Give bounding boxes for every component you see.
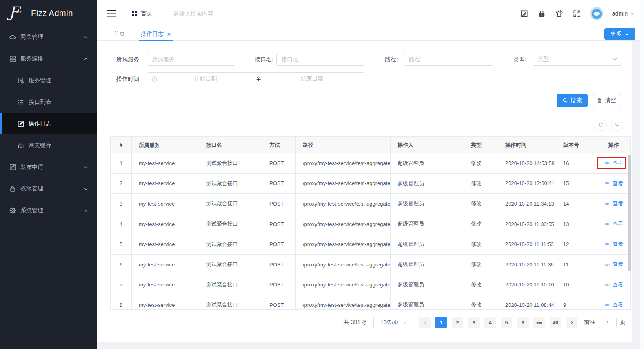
view-link[interactable]: 查看	[604, 301, 623, 309]
chevron-down-icon	[84, 187, 88, 191]
close-icon[interactable]: ✕	[167, 32, 171, 37]
sidebar-item-operation-log[interactable]: 操作日志	[0, 113, 97, 134]
cell-api: 测试聚合接口	[199, 194, 262, 214]
page-size-select[interactable]: 10条/页	[373, 317, 414, 328]
eye-icon	[604, 282, 610, 288]
cell-api: 测试聚合接口	[199, 275, 262, 295]
chevron-down-icon	[625, 32, 629, 36]
cache-drive-icon	[17, 142, 24, 149]
view-link[interactable]: 查看	[604, 180, 623, 187]
global-search-input[interactable]	[173, 7, 280, 20]
sidebar-item-permission-management[interactable]: 权限管理	[0, 178, 97, 199]
search-button[interactable]: 搜索	[557, 94, 588, 107]
cell-type: 修改	[464, 255, 498, 275]
view-link[interactable]: 查看	[604, 281, 623, 289]
hamburger-menu-icon[interactable]	[107, 10, 116, 17]
sidebar-item-publish-request[interactable]: 发布申请	[0, 156, 97, 178]
log-table: # 所属服务 接口名 方法 路径 操作人 类型 操作时间 版本号 操作 1 my…	[110, 136, 631, 310]
page-button[interactable]: 3	[468, 317, 480, 328]
goto-page-input[interactable]	[599, 317, 617, 328]
col-operator: 操作人	[391, 137, 464, 153]
view-link[interactable]: 查看	[604, 241, 623, 248]
sidebar-item-gateway-management[interactable]: 网关管理	[0, 26, 97, 48]
col-method: 方法	[262, 137, 296, 153]
sidebar-item-label: 服务管理	[29, 77, 51, 84]
view-link[interactable]: 查看	[604, 159, 623, 167]
cell-method: POST	[262, 153, 296, 174]
log-note-icon[interactable]	[520, 9, 529, 18]
page-button[interactable]: 6	[517, 317, 529, 328]
cell-version: 16	[556, 153, 597, 174]
col-action: 操作	[597, 137, 630, 153]
goto-page: 前往 页	[584, 317, 626, 328]
chevron-down-icon	[84, 165, 88, 170]
eye-icon	[604, 160, 610, 166]
next-page-button[interactable]	[566, 317, 577, 328]
prev-page-button[interactable]	[419, 317, 431, 328]
cell-path: /proxy/my-test-service/test-aggregate	[296, 275, 391, 295]
top-header: 首页 admin	[97, 0, 644, 27]
chevron-down-icon	[84, 35, 88, 40]
table-search-button[interactable]	[611, 119, 623, 131]
sidebar-item-system-management[interactable]: 系统管理	[0, 199, 97, 221]
view-link[interactable]: 查看	[604, 220, 623, 228]
cell-service: my-test-service	[132, 194, 199, 214]
eye-icon	[604, 302, 610, 308]
cell-type: 修改	[464, 295, 498, 309]
sidebar-item-api-list[interactable]: 接口列表	[0, 91, 97, 113]
tab-home[interactable]: 首页	[113, 27, 125, 41]
avatar[interactable]	[590, 7, 603, 20]
more-button[interactable]: 更多	[604, 28, 635, 40]
page-button[interactable]: 40	[550, 317, 561, 328]
cell-version: 12	[556, 234, 597, 255]
breadcrumb[interactable]: 首页	[132, 10, 152, 17]
fullscreen-icon[interactable]	[573, 9, 581, 18]
breadcrumb-label: 首页	[141, 10, 152, 17]
cell-version: 15	[556, 174, 597, 194]
cell-time: 2020-10-20 11:11:36	[498, 255, 556, 275]
cell-index: 2	[111, 174, 132, 194]
cell-index: 3	[111, 194, 132, 214]
cell-api: 测试聚合接口	[199, 214, 262, 235]
page-number-list: 123456•••40	[435, 317, 561, 328]
lock-icon[interactable]	[537, 9, 546, 18]
chevron-down-icon	[630, 11, 635, 16]
page-button[interactable]: 1	[435, 317, 447, 328]
table-row: 7 my-test-service 测试聚合接口 POST /proxy/my-…	[111, 275, 630, 295]
sidebar-item-service-management[interactable]: 服务管理	[0, 69, 97, 91]
col-version: 版本号	[556, 137, 597, 153]
sidebar: Ƒ</> Fizz Admin 网关管理 服务编排	[0, 0, 97, 349]
user-menu[interactable]: admin	[612, 10, 635, 17]
sidebar-item-gateway-cache[interactable]: 网关缓存	[0, 134, 97, 156]
cell-path: /proxy/my-test-service/test-aggregate	[296, 255, 391, 275]
tab-operation-log[interactable]: 操作日志 ✕	[141, 27, 171, 41]
view-link[interactable]: 查看	[604, 200, 623, 207]
api-filter-input[interactable]	[276, 53, 364, 66]
cell-index: 7	[111, 275, 132, 295]
logo: Ƒ</> Fizz Admin	[0, 0, 97, 26]
service-filter-input[interactable]	[147, 53, 235, 66]
view-link[interactable]: 查看	[604, 261, 623, 268]
cell-path: /proxy/my-test-service/test-aggregate	[296, 295, 391, 309]
cell-time: 2020-10-20 11:33:55	[498, 214, 556, 235]
table-body[interactable]: 1 my-test-service 测试聚合接口 POST /proxy/my-…	[111, 153, 630, 309]
header-actions: admin	[520, 0, 635, 27]
window-scrollbar[interactable]	[640, 0, 644, 349]
theme-tshirt-icon[interactable]	[555, 9, 564, 18]
sidebar-item-label: 接口列表	[29, 98, 51, 106]
refresh-button[interactable]	[595, 119, 607, 131]
page-button[interactable]: 2	[452, 317, 463, 328]
clear-button[interactable]: 清空	[593, 94, 620, 107]
page-button[interactable]: 4	[484, 317, 496, 328]
path-filter-input[interactable]	[404, 53, 493, 66]
date-range-picker[interactable]: 开始日期 至 结束日期	[147, 72, 364, 85]
type-filter-label: 类型:	[486, 53, 526, 66]
search-icon	[614, 122, 620, 128]
cell-operator: 超级管理员	[391, 153, 464, 174]
page-button[interactable]: •••	[533, 317, 545, 328]
page-button[interactable]: 5	[501, 317, 512, 328]
table-scrollbar-thumb[interactable]	[628, 155, 631, 271]
type-filter-select[interactable]: 类型	[533, 53, 622, 66]
sidebar-item-service-orchestration[interactable]: 服务编排	[0, 48, 97, 69]
cell-index: 4	[111, 214, 132, 235]
